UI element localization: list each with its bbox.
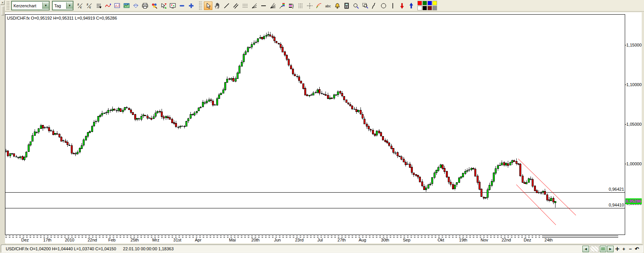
candlestick-series <box>5 32 556 208</box>
scroll-slider-track[interactable] <box>590 246 599 252</box>
support-line-label: 0,94410 <box>601 203 624 207</box>
date-axis-label: Dez <box>516 238 539 242</box>
date-axis-label: Jun <box>266 238 289 242</box>
price-axis-label: 1,10000 <box>626 82 642 87</box>
status-time-readout: 22.01.10 00:00:00 1,18363 <box>123 246 174 251</box>
date-axis-label: Apr <box>187 238 210 242</box>
date-axis-label: Aug <box>351 238 374 242</box>
date-axis-label: 19th <box>452 238 475 242</box>
chart-title: USD/CHF.fx O=0,95192 H=0,95311 L=0,94919… <box>7 16 117 20</box>
date-axis-label: 17th <box>36 238 59 242</box>
date-axis-label: 31st <box>166 238 189 242</box>
price-axis-label: 1,00000 <box>626 161 642 166</box>
date-axis-label: Nov <box>473 238 496 242</box>
price-axis-label: 1,15000 <box>626 43 642 47</box>
date-axis-label: Jul <box>309 238 332 242</box>
date-axis-label: Mai <box>221 238 244 242</box>
pan-mode-button[interactable]: ✛ <box>614 246 620 252</box>
support-line-label: 0,96421 <box>601 187 624 191</box>
scroll-left-button[interactable]: ◀ <box>582 246 589 252</box>
date-axis-label: 20th <box>244 238 267 242</box>
date-axis-label: 22nd <box>495 238 518 242</box>
status-ohlc-readout: USD/CHF.fx O=1,04200 H=1,04440 L=1,03740… <box>6 246 116 251</box>
date-axis-label: Sep <box>395 238 418 242</box>
status-bar: USD/CHF.fx O=1,04200 H=1,04440 L=1,03740… <box>1 245 643 253</box>
zoom-out-button[interactable]: − <box>627 246 633 252</box>
undo-zoom-button[interactable]: ↶ <box>634 246 640 252</box>
date-axis-label: Mrz <box>144 238 167 242</box>
candlestick-chart[interactable] <box>0 0 644 253</box>
app-window: { "window": {"close_label": "×"}, "toolb… <box>0 0 644 253</box>
date-axis-label: 24th <box>537 238 560 242</box>
trend-channel[interactable] <box>516 159 576 225</box>
price-axis-label: 1,05000 <box>626 122 642 126</box>
x-axis-ticks <box>5 45 626 238</box>
date-axis-label: 27th <box>330 238 353 242</box>
current-price-box: 0,95286 <box>626 198 642 204</box>
date-axis-label: 23rd <box>288 238 311 242</box>
plot-frame <box>5 15 625 235</box>
date-axis-label: 30th <box>374 238 397 242</box>
bar-spacing-button[interactable] <box>600 246 606 252</box>
date-axis-label: Feb <box>100 238 123 242</box>
date-axis-label: 2010 <box>58 238 81 242</box>
date-axis-label: Dez <box>13 238 37 242</box>
scroll-right-button[interactable]: ▶ <box>607 246 614 252</box>
zoom-in-button[interactable]: + <box>621 246 627 252</box>
date-axis-label: Okt <box>429 238 452 242</box>
date-axis-label: 25th <box>123 238 146 242</box>
